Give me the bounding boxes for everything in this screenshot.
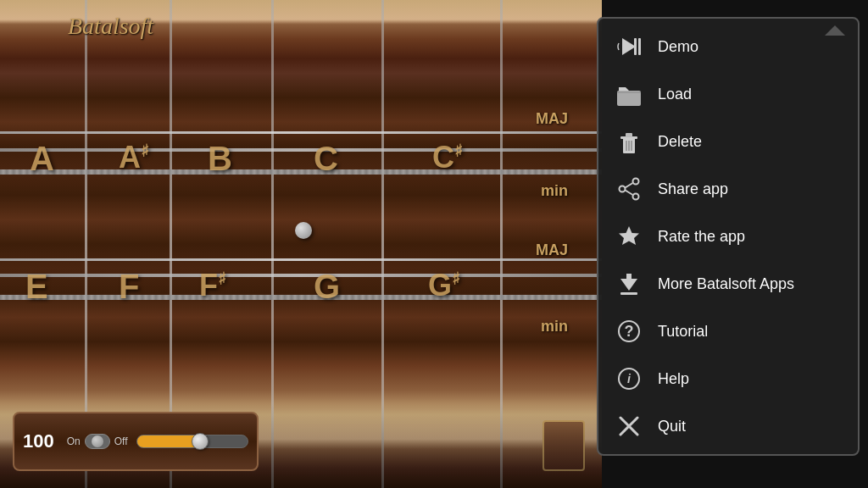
note-F-sharp[interactable]: F♯ [199, 268, 226, 303]
demo-label: Demo [658, 38, 698, 56]
rate-icon [615, 223, 643, 250]
svg-text:?: ? [625, 323, 634, 340]
svg-rect-17 [626, 274, 632, 280]
svg-rect-1 [634, 38, 637, 55]
svg-marker-15 [619, 226, 639, 245]
quit-label: Quit [658, 418, 686, 435]
delete-label: Delete [658, 133, 702, 151]
svg-rect-2 [638, 38, 641, 55]
share-icon [615, 175, 643, 202]
string-6 [0, 295, 602, 300]
note-E[interactable]: E [25, 268, 48, 306]
string-3 [0, 169, 602, 175]
string-4 [0, 258, 602, 261]
menu-item-demo[interactable]: Demo [598, 23, 858, 70]
svg-point-11 [620, 186, 626, 192]
menu-item-share[interactable]: Share app [598, 165, 858, 213]
svg-marker-16 [620, 279, 637, 291]
tutorial-label: Tutorial [658, 323, 708, 341]
menu-item-help[interactable]: i Help [598, 355, 858, 402]
toggle-area: On Off [67, 434, 128, 449]
svg-point-10 [633, 179, 639, 185]
app-logo: Batalsoft [68, 13, 153, 40]
svg-line-13 [626, 183, 633, 188]
load-label: Load [658, 86, 692, 103]
menu-item-tutorial[interactable]: ? Tutorial [598, 308, 858, 355]
load-icon [615, 80, 643, 108]
string-2 [0, 148, 602, 152]
maj-label-top: MAJ [536, 110, 568, 128]
share-label: Share app [658, 180, 728, 198]
svg-point-12 [633, 194, 639, 200]
menu-item-delete[interactable]: Delete [598, 118, 858, 165]
dot-marker [295, 222, 312, 239]
on-label: On [67, 435, 81, 447]
context-menu: Demo Load Delete [597, 17, 860, 456]
delete-icon [615, 128, 643, 155]
help-label: Help [658, 370, 689, 388]
string-5 [0, 274, 602, 277]
svg-line-14 [626, 191, 633, 196]
tutorial-icon: ? [615, 318, 643, 345]
note-F[interactable]: F [119, 268, 139, 306]
menu-item-load[interactable]: Load [598, 70, 858, 118]
note-C-sharp[interactable]: C♯ [432, 140, 463, 175]
svg-rect-6 [626, 133, 632, 137]
more-icon [615, 270, 643, 297]
svg-rect-18 [620, 292, 637, 295]
menu-item-rate[interactable]: Rate the app [598, 213, 858, 260]
svg-marker-0 [622, 38, 636, 55]
toggle-switch[interactable] [85, 434, 110, 449]
volume-slider-thumb[interactable] [192, 433, 209, 450]
maj-label-bottom: MAJ [536, 241, 568, 259]
volume-slider-track[interactable] [136, 435, 248, 448]
min-label-bottom: min [541, 318, 568, 336]
toggle-knob [92, 435, 103, 447]
string-1 [0, 131, 602, 134]
quit-icon [615, 413, 643, 440]
rate-label: Rate the app [658, 228, 745, 246]
menu-item-quit[interactable]: Quit [598, 402, 858, 450]
fretboard-background: Batalsoft MAJ A A♯ B C C♯ min MAJ E F F♯… [0, 0, 602, 488]
demo-icon [615, 33, 643, 60]
min-label-top: min [541, 182, 568, 200]
more-label: More Batalsoft Apps [658, 275, 794, 293]
svg-text:i: i [627, 372, 632, 385]
volume-panel: 100 On Off [13, 412, 259, 471]
menu-corner-arrow [825, 25, 845, 36]
note-B[interactable]: B [208, 140, 232, 178]
off-label: Off [114, 435, 128, 447]
note-C[interactable]: C [314, 140, 338, 178]
menu-item-more[interactable]: More Batalsoft Apps [598, 260, 858, 308]
note-G[interactable]: G [314, 268, 340, 306]
note-A-sharp[interactable]: A♯ [119, 140, 149, 175]
svg-rect-3 [617, 91, 641, 106]
note-G-sharp[interactable]: G♯ [428, 268, 460, 303]
help-icon: i [615, 365, 643, 392]
volume-slider-container [136, 435, 248, 448]
note-A[interactable]: A [30, 140, 54, 178]
volume-value: 100 [23, 430, 54, 452]
